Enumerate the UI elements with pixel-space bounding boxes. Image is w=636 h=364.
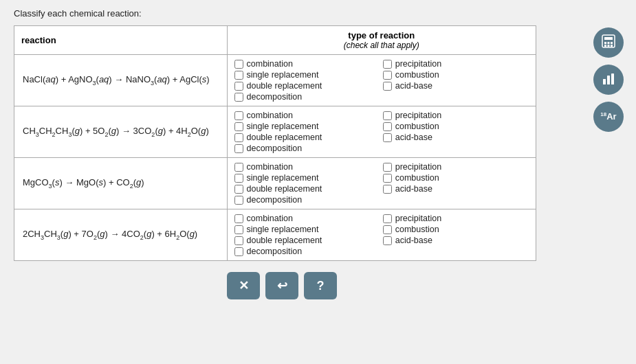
- cb-decomp-1[interactable]: decomposition: [234, 92, 380, 102]
- periodic-table-button[interactable]: 18Ar: [593, 102, 624, 132]
- checkbox-single-2[interactable]: [234, 122, 243, 131]
- chart-icon: [601, 71, 616, 89]
- checkbox-decomp-2[interactable]: [234, 144, 243, 153]
- instruction-text: Classify each chemical reaction:: [14, 8, 550, 19]
- cb-acidbase-1[interactable]: acid-base: [383, 81, 529, 91]
- cb-acidbase-3[interactable]: acid-base: [383, 184, 529, 194]
- svg-rect-10: [611, 73, 614, 84]
- checkbox-single-1[interactable]: [234, 71, 243, 80]
- cb-double-4[interactable]: double replacement: [234, 236, 380, 245]
- cb-decomp-4[interactable]: decomposition: [234, 247, 380, 256]
- svg-rect-2: [604, 42, 606, 44]
- cb-precipitation-4[interactable]: precipitation: [383, 214, 529, 223]
- type-header-sub: (check all that apply): [234, 41, 529, 50]
- checkbox-decomp-1[interactable]: [234, 93, 243, 102]
- table-row: CH3CH2CH3(g) + 5O2(g) → 3CO2(g) + 4H2O(g…: [14, 106, 536, 158]
- table-row: 2CH3CH3(g) + 7O2(g) → 4CO2(g) + 6H2O(g) …: [14, 209, 536, 261]
- calculator-icon: [601, 34, 616, 52]
- checkbox-single-3[interactable]: [234, 174, 243, 183]
- cb-combination-3[interactable]: combination: [234, 162, 380, 172]
- checkbox-combination-2[interactable]: [234, 111, 243, 120]
- checkbox-double-4[interactable]: [234, 236, 243, 245]
- cb-double-3[interactable]: double replacement: [234, 184, 380, 194]
- checkbox-combination-3[interactable]: [234, 163, 243, 172]
- checkbox-precipitation-3[interactable]: [383, 163, 392, 172]
- cb-acidbase-4[interactable]: acid-base: [383, 236, 529, 245]
- bottom-toolbar: ✕ ↩ ?: [14, 272, 550, 299]
- chart-button[interactable]: [593, 65, 624, 95]
- svg-rect-6: [608, 45, 610, 47]
- reaction-cell-4: 2CH3CH3(g) + 7O2(g) → 4CO2(g) + 6H2O(g): [14, 209, 228, 261]
- cb-decomp-3[interactable]: decomposition: [234, 195, 380, 205]
- reaction-cell-1: NaCl(aq) + AgNO3(aq) → NaNO3(aq) + AgCl(…: [14, 55, 228, 106]
- checkbox-double-3[interactable]: [234, 185, 243, 194]
- cb-acidbase-2[interactable]: acid-base: [383, 133, 529, 142]
- close-button[interactable]: ✕: [227, 272, 260, 299]
- cb-precipitation-1[interactable]: precipitation: [383, 59, 529, 69]
- type-cell-4: combination precipitation single replace…: [227, 209, 536, 261]
- type-cell-3: combination precipitation single replace…: [227, 158, 536, 209]
- cb-decomp-2[interactable]: decomposition: [234, 144, 380, 153]
- svg-rect-4: [611, 42, 613, 44]
- sidebar: 18Ar: [593, 27, 624, 132]
- checkbox-decomp-4[interactable]: [234, 247, 243, 256]
- table-row: NaCl(aq) + AgNO3(aq) → NaNO3(aq) + AgCl(…: [14, 55, 536, 106]
- checkbox-acidbase-2[interactable]: [383, 133, 392, 142]
- checkbox-decomp-3[interactable]: [234, 196, 243, 205]
- reaction-cell-2: CH3CH2CH3(g) + 5O2(g) → 3CO2(g) + 4H2O(g…: [14, 106, 228, 158]
- checkbox-acidbase-3[interactable]: [383, 185, 392, 194]
- svg-rect-7: [611, 45, 613, 47]
- reaction-cell-3: MgCO3(s) → MgO(s) + CO2(g): [14, 158, 228, 209]
- table-row: MgCO3(s) → MgO(s) + CO2(g) combination p…: [14, 158, 536, 209]
- checkbox-combination-4[interactable]: [234, 214, 243, 223]
- cb-double-2[interactable]: double replacement: [234, 133, 380, 142]
- periodic-table-icon: 18Ar: [600, 112, 616, 121]
- undo-button[interactable]: ↩: [265, 272, 298, 299]
- cb-combustion-2[interactable]: combustion: [383, 122, 529, 131]
- checkbox-acidbase-1[interactable]: [383, 82, 392, 91]
- cb-combustion-4[interactable]: combustion: [383, 225, 529, 234]
- checkbox-combustion-2[interactable]: [383, 122, 392, 131]
- checkbox-double-1[interactable]: [234, 82, 243, 91]
- cb-single-3[interactable]: single replacement: [234, 173, 380, 183]
- svg-rect-3: [608, 42, 610, 44]
- cb-single-2[interactable]: single replacement: [234, 122, 380, 131]
- svg-rect-1: [604, 37, 613, 40]
- svg-rect-8: [603, 79, 606, 84]
- checkbox-combustion-3[interactable]: [383, 174, 392, 183]
- checkbox-single-4[interactable]: [234, 225, 243, 234]
- cb-single-1[interactable]: single replacement: [234, 70, 380, 80]
- type-cell-1: combination precipitation single replace…: [227, 55, 536, 106]
- calculator-button[interactable]: [593, 27, 624, 58]
- svg-rect-5: [604, 45, 606, 47]
- checkbox-precipitation-4[interactable]: [383, 214, 392, 223]
- checkbox-combination-1[interactable]: [234, 60, 243, 69]
- cb-combination-2[interactable]: combination: [234, 111, 380, 120]
- cb-combustion-3[interactable]: combustion: [383, 173, 529, 183]
- checkbox-precipitation-1[interactable]: [383, 60, 392, 69]
- cb-combination-4[interactable]: combination: [234, 214, 380, 223]
- checkbox-combustion-4[interactable]: [383, 225, 392, 234]
- checkbox-combustion-1[interactable]: [383, 71, 392, 80]
- svg-rect-9: [607, 76, 610, 84]
- reaction-column-header: reaction: [14, 26, 228, 55]
- classification-table: reaction type of reaction (check all tha…: [14, 25, 536, 261]
- help-button[interactable]: ?: [304, 272, 337, 299]
- type-cell-2: combination precipitation single replace…: [227, 106, 536, 158]
- cb-combustion-1[interactable]: combustion: [383, 70, 529, 80]
- cb-double-1[interactable]: double replacement: [234, 81, 380, 91]
- cb-precipitation-3[interactable]: precipitation: [383, 162, 529, 172]
- cb-combination-1[interactable]: combination: [234, 59, 380, 69]
- cb-single-4[interactable]: single replacement: [234, 225, 380, 234]
- cb-precipitation-2[interactable]: precipitation: [383, 111, 529, 120]
- type-column-header: type of reaction (check all that apply): [227, 26, 536, 55]
- type-header-main: type of reaction: [234, 30, 529, 41]
- checkbox-precipitation-2[interactable]: [383, 111, 392, 120]
- checkbox-acidbase-4[interactable]: [383, 236, 392, 245]
- checkbox-double-2[interactable]: [234, 133, 243, 142]
